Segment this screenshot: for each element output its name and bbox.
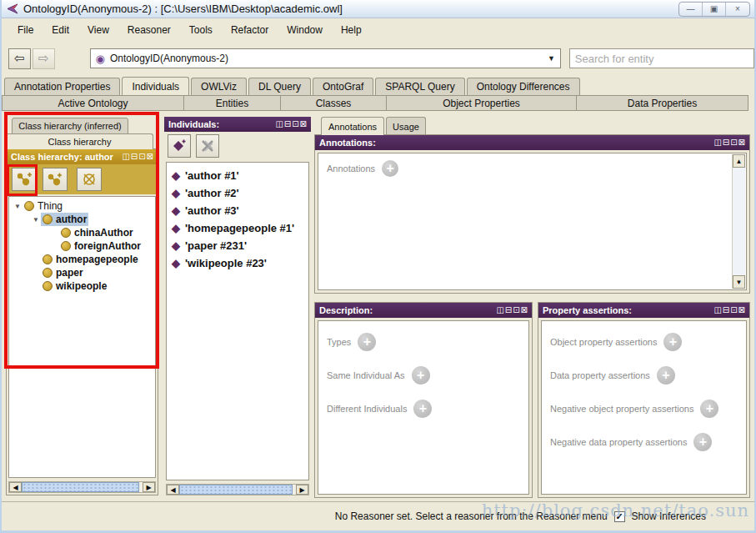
add-annotation-button[interactable]: + (382, 160, 398, 177)
collapse-panel-icon[interactable]: ⊟ (723, 138, 729, 147)
maximize-button[interactable]: ▣ (703, 3, 726, 16)
scroll-left-icon[interactable]: ◀ (167, 485, 179, 495)
tab-ontology-differences[interactable]: Ontology Differences (467, 78, 580, 95)
horizontal-scrollbar[interactable]: ◀ ▶ (166, 484, 309, 495)
close-panel-icon[interactable]: ⊠ (300, 120, 307, 128)
tab-active-ontology[interactable]: Active Ontology (2, 95, 184, 111)
minimize-button[interactable]: — (679, 3, 703, 16)
view-tabs: Annotation Properties Individuals OWLViz… (4, 77, 754, 95)
split-panel-icon[interactable]: ◫ (496, 306, 503, 314)
expand-triangle-icon[interactable]: ▼ (13, 203, 23, 210)
tab-data-properties[interactable]: Data Properties (577, 95, 748, 111)
menu-refactor[interactable]: Refactor (222, 22, 278, 38)
add-negative-object-property-assertion-button[interactable]: + (700, 400, 718, 418)
add-sibling-class-button[interactable] (43, 168, 68, 191)
add-type-button[interactable]: + (358, 333, 376, 351)
back-button[interactable]: ⇦ (8, 48, 31, 69)
menu-help[interactable]: Help (332, 22, 371, 38)
scroll-up-icon[interactable]: ▲ (733, 154, 745, 168)
tab-entities[interactable]: Entities (184, 95, 281, 111)
class-hierarchy-header: Class hierarchy: author ◫⊟⊡⊠ (7, 149, 158, 164)
close-panel-icon[interactable]: ⊠ (738, 306, 745, 314)
collapse-panel-icon[interactable]: ⊟ (505, 306, 512, 314)
tab-classes[interactable]: Classes (281, 95, 387, 111)
search-input[interactable] (569, 48, 754, 68)
delete-class-button[interactable] (77, 168, 102, 191)
split-panel-icon[interactable]: ◫ (713, 306, 721, 314)
property-assertions-header-title: Property assertions: (543, 305, 632, 315)
add-individual-button[interactable] (168, 134, 191, 158)
collapse-panel-icon[interactable]: ⊟ (723, 306, 729, 314)
property-assertions-content: Object property assertions+ Data propert… (541, 320, 747, 495)
menu-bar: File Edit View Reasoner Tools Refactor W… (2, 19, 754, 40)
tree-item-thing[interactable]: ▼ Thing (9, 199, 155, 213)
vertical-scrollbar[interactable]: ▲ ▼ (732, 154, 745, 289)
tab-ontograf[interactable]: OntoGraf (313, 78, 373, 95)
horizontal-scrollbar[interactable]: ◀ ▶ (8, 481, 156, 493)
tree-item-homepagepeople[interactable]: homepagepeople (9, 253, 155, 266)
tab-dl-query[interactable]: DL Query (248, 78, 311, 95)
scrollbar-thumb[interactable] (179, 485, 293, 495)
tree-item-author[interactable]: ▼ author (9, 213, 155, 226)
menu-file[interactable]: File (8, 22, 43, 38)
delete-individual-button[interactable] (196, 134, 219, 158)
split-panel-icon[interactable]: ◫ (122, 153, 129, 161)
active-ontology-selector[interactable]: ◉ OntologyID(Anonymous-2) ▼ (90, 48, 561, 68)
scrollbar-thumb[interactable] (22, 482, 139, 492)
add-same-individual-button[interactable]: + (412, 366, 430, 385)
tab-annotations[interactable]: Annotations (321, 117, 384, 135)
scroll-right-icon[interactable]: ▶ (143, 482, 155, 492)
list-item[interactable]: ◆'author #1' (167, 167, 308, 184)
list-item[interactable]: ◆'author #3' (167, 202, 308, 219)
menu-reasoner[interactable]: Reasoner (118, 22, 180, 38)
menu-view[interactable]: View (78, 22, 118, 38)
list-item[interactable]: ◆'wikipeople #23' (167, 254, 308, 272)
chevron-down-icon: ▼ (543, 54, 555, 63)
tree-item-chinaauthor[interactable]: chinaAuthor (9, 226, 155, 239)
float-panel-icon[interactable]: ⊡ (138, 153, 145, 161)
add-object-property-assertion-button[interactable]: + (663, 333, 682, 351)
float-panel-icon[interactable]: ⊡ (513, 306, 519, 314)
tab-usage[interactable]: Usage (386, 117, 426, 135)
close-button[interactable]: × (726, 3, 749, 16)
scroll-left-icon[interactable]: ◀ (9, 482, 22, 492)
tab-sparql-query[interactable]: SPARQL Query (375, 78, 464, 95)
add-different-individuals-button[interactable]: + (413, 400, 432, 418)
menu-edit[interactable]: Edit (43, 22, 78, 38)
float-panel-icon[interactable]: ⊡ (730, 306, 737, 314)
add-data-property-assertion-button[interactable]: + (657, 366, 675, 385)
split-panel-icon[interactable]: ◫ (275, 120, 283, 128)
expand-triangle-icon[interactable]: ▼ (31, 216, 41, 224)
protege-logo-icon (6, 3, 19, 15)
add-negative-data-property-assertion-button[interactable]: + (693, 433, 712, 451)
scroll-right-icon[interactable]: ▶ (296, 485, 308, 495)
tree-item-paper[interactable]: paper (9, 266, 155, 279)
show-inferences-label: Show Inferences (632, 510, 706, 522)
tab-class-hierarchy-inferred[interactable]: Class hierarchy (inferred) (12, 118, 128, 134)
show-inferences-checkbox[interactable]: ✓ (614, 511, 625, 522)
tree-item-wikipeople[interactable]: wikipeople (9, 279, 155, 293)
list-item[interactable]: ◆'paper #231' (167, 237, 308, 254)
close-panel-icon[interactable]: ⊠ (147, 153, 153, 161)
float-panel-icon[interactable]: ⊡ (730, 138, 737, 147)
collapse-panel-icon[interactable]: ⊟ (131, 153, 138, 161)
menu-window[interactable]: Window (278, 22, 332, 38)
close-panel-icon[interactable]: ⊠ (521, 306, 528, 314)
list-item[interactable]: ◆'homepagepeople #1' (167, 219, 308, 237)
scrollbar-track[interactable] (733, 168, 745, 275)
float-panel-icon[interactable]: ⊡ (292, 120, 298, 128)
tab-class-hierarchy[interactable]: Class hierarchy (6, 133, 153, 149)
tab-owlviz[interactable]: OWLViz (191, 78, 247, 95)
tab-object-properties[interactable]: Object Properties (387, 95, 577, 111)
close-panel-icon[interactable]: ⊠ (738, 138, 745, 147)
tab-individuals[interactable]: Individuals (122, 77, 189, 95)
forward-button[interactable]: ⇨ (33, 48, 55, 69)
split-panel-icon[interactable]: ◫ (713, 138, 721, 147)
tab-annotation-properties[interactable]: Annotation Properties (4, 78, 120, 95)
scroll-down-icon[interactable]: ▼ (733, 275, 745, 289)
menu-tools[interactable]: Tools (180, 22, 222, 38)
tree-item-foreignauthor[interactable]: foreignAuthor (9, 239, 155, 253)
list-item[interactable]: ◆'author #2' (167, 184, 308, 202)
collapse-panel-icon[interactable]: ⊟ (284, 120, 291, 128)
add-subclass-button[interactable] (12, 168, 37, 191)
